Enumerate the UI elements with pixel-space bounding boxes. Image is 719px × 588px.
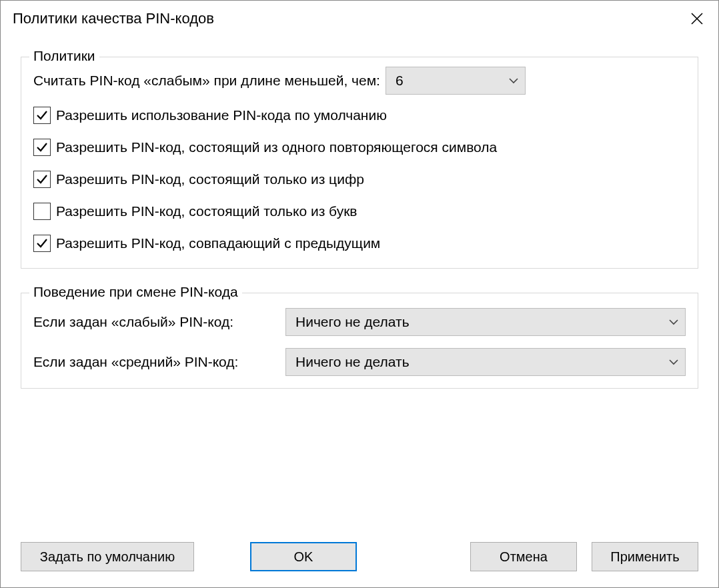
checkmark-icon: [36, 173, 48, 185]
dialog-content: Политики Считать PIN-код «слабым» при дл…: [1, 37, 718, 587]
weak-pin-behavior-label: Если задан «слабый» PIN-код:: [33, 314, 280, 330]
policy-checkbox-label[interactable]: Разрешить использование PIN-кода по умол…: [56, 107, 387, 123]
behavior-legend: Поведение при смене PIN-кода: [29, 284, 242, 300]
policies-legend: Политики: [29, 48, 99, 64]
policy-checkbox-label[interactable]: Разрешить PIN-код, состоящий только из б…: [56, 203, 357, 219]
policy-checkbox-0[interactable]: [33, 107, 51, 124]
policy-checkbox-label[interactable]: Разрешить PIN-код, состоящий из одного п…: [56, 139, 497, 155]
weak-length-select[interactable]: 6: [386, 67, 526, 95]
medium-pin-behavior-select[interactable]: Ничего не делать: [285, 348, 686, 376]
policies-fieldset: Политики Считать PIN-код «слабым» при дл…: [21, 57, 698, 269]
checkmark-icon: [36, 237, 48, 249]
policy-checkbox-label[interactable]: Разрешить PIN-код, состоящий только из ц…: [56, 171, 364, 187]
medium-pin-behavior-value: Ничего не делать: [295, 354, 410, 370]
chevron-down-icon: [509, 77, 518, 84]
policy-checkbox-row: Разрешить PIN-код, состоящий только из ц…: [33, 171, 686, 188]
policy-checkbox-1[interactable]: [33, 139, 51, 156]
cancel-button[interactable]: Отмена: [470, 542, 577, 571]
policy-checkbox-row: Разрешить PIN-код, совпадающий с предыду…: [33, 235, 686, 252]
policy-checkbox-row: Разрешить PIN-код, состоящий только из б…: [33, 203, 686, 220]
close-icon: [690, 12, 704, 25]
policy-checkbox-4[interactable]: [33, 235, 51, 252]
window-title: Политики качества PIN-кодов: [13, 10, 214, 27]
policy-checkbox-row: Разрешить PIN-код, состоящий из одного п…: [33, 139, 686, 156]
weak-pin-behavior-value: Ничего не делать: [295, 314, 410, 330]
policy-checkbox-2[interactable]: [33, 171, 51, 188]
policy-checkbox-label[interactable]: Разрешить PIN-код, совпадающий с предыду…: [56, 235, 380, 251]
set-defaults-button[interactable]: Задать по умолчанию: [21, 542, 194, 571]
weak-length-row: Считать PIN-код «слабым» при длине меньш…: [33, 67, 686, 95]
apply-button[interactable]: Применить: [592, 542, 698, 571]
dialog-window: Политики качества PIN-кодов Политики Счи…: [0, 0, 719, 588]
medium-pin-behavior-label: Если задан «средний» PIN-код:: [33, 354, 280, 370]
weak-length-value: 6: [396, 73, 404, 89]
chevron-down-icon: [669, 319, 678, 325]
close-button[interactable]: [684, 5, 710, 32]
weak-pin-behavior-select[interactable]: Ничего не делать: [285, 308, 686, 336]
weak-length-label: Считать PIN-код «слабым» при длине меньш…: [33, 73, 380, 89]
ok-button[interactable]: OK: [250, 542, 357, 571]
button-row: Задать по умолчанию OK Отмена Применить: [21, 522, 698, 571]
behavior-fieldset: Поведение при смене PIN-кода Если задан …: [21, 293, 698, 389]
checkmark-icon: [36, 109, 48, 121]
weak-pin-behavior-row: Если задан «слабый» PIN-код: Ничего не д…: [33, 308, 686, 336]
medium-pin-behavior-row: Если задан «средний» PIN-код: Ничего не …: [33, 348, 686, 376]
policy-checkbox-3[interactable]: [33, 203, 51, 220]
titlebar: Политики качества PIN-кодов: [1, 1, 718, 37]
policy-checkbox-row: Разрешить использование PIN-кода по умол…: [33, 107, 686, 124]
checkmark-icon: [36, 141, 48, 153]
chevron-down-icon: [669, 359, 678, 365]
